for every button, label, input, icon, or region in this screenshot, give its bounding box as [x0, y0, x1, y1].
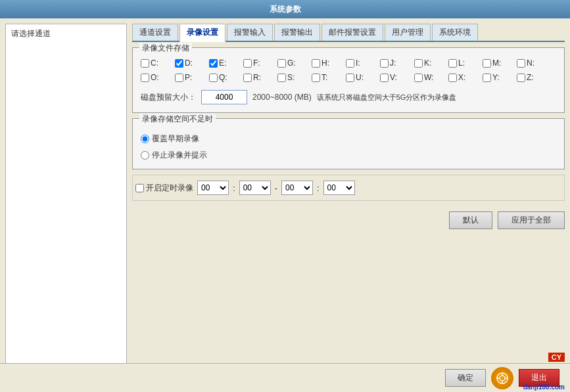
- start-hour-select[interactable]: 00010203 04050607 08091011 12131415 1617…: [197, 181, 229, 195]
- start-min-select[interactable]: 00153045: [239, 181, 271, 195]
- overwrite-option[interactable]: 覆盖早期录像: [141, 133, 556, 144]
- drive-z[interactable]: Z:: [517, 73, 543, 82]
- overwrite-radio[interactable]: [141, 135, 149, 143]
- drives-row-2: O: P: Q: R: S: T: U: V: W: X: Y: Z:: [141, 73, 556, 82]
- drive-s[interactable]: S:: [277, 73, 304, 82]
- bottom-buttons: 默认 应用于全部: [132, 206, 565, 232]
- drive-e-checkbox[interactable]: [209, 59, 218, 68]
- watermark-text: danji100.com: [523, 383, 565, 391]
- content-area: 通道设置 录像设置 报警输入 报警输出 邮件报警设置 用户管理 系统环境 录像文…: [127, 18, 570, 392]
- drive-i-checkbox[interactable]: [346, 59, 354, 68]
- drive-r-checkbox[interactable]: [243, 74, 252, 82]
- drive-o-checkbox[interactable]: [141, 74, 149, 82]
- drive-x[interactable]: X:: [448, 73, 475, 82]
- drive-v[interactable]: V:: [380, 73, 406, 82]
- drive-s-checkbox[interactable]: [277, 74, 286, 82]
- drive-f[interactable]: F:: [243, 58, 270, 68]
- window-title: 系统参数: [270, 4, 301, 15]
- drive-f-checkbox[interactable]: [243, 59, 252, 68]
- disk-reserve-label: 磁盘预留大小：: [141, 92, 196, 103]
- drive-t-checkbox[interactable]: [312, 74, 320, 82]
- drive-u[interactable]: U:: [346, 73, 372, 82]
- recording-storage-title: 录像文件存储: [139, 43, 192, 54]
- stop-option[interactable]: 停止录像并提示: [141, 150, 556, 161]
- disk-reserve-row: 磁盘预留大小： 2000~8000 (MB) 该系统只将磁盘空间大于5G分区作为…: [141, 90, 556, 104]
- timer-enable-checkbox[interactable]: [135, 184, 144, 192]
- tab-alarm-output[interactable]: 报警输出: [274, 24, 320, 41]
- drive-v-checkbox[interactable]: [380, 74, 389, 82]
- cy-badge: CY: [548, 353, 565, 362]
- drive-h[interactable]: H:: [312, 58, 338, 68]
- drive-q[interactable]: Q:: [209, 73, 235, 82]
- drive-m[interactable]: M:: [483, 58, 509, 68]
- drive-e[interactable]: E:: [209, 58, 235, 68]
- drive-i[interactable]: I:: [346, 58, 372, 68]
- overwrite-label: 覆盖早期录像: [152, 133, 199, 144]
- drive-g[interactable]: G:: [277, 58, 304, 68]
- confirm-button[interactable]: 确定: [445, 369, 486, 387]
- drives-row-1: C: D: E: F: G: H: I: J: K: L: M: N:: [141, 58, 556, 68]
- drive-r[interactable]: R:: [243, 73, 270, 82]
- timer-enable-label: 开启定时录像: [146, 183, 193, 194]
- drive-u-checkbox[interactable]: [346, 74, 354, 82]
- drive-j[interactable]: J:: [380, 58, 406, 68]
- drive-n-checkbox[interactable]: [517, 59, 525, 68]
- drive-k[interactable]: K:: [414, 58, 440, 68]
- tab-bar: 通道设置 录像设置 报警输入 报警输出 邮件报警设置 用户管理 系统环境: [132, 24, 565, 42]
- panel: 录像文件存储 C: D: E: F: G: H: I: J: K: L:: [132, 47, 565, 387]
- drive-x-checkbox[interactable]: [448, 74, 457, 82]
- drive-w-checkbox[interactable]: [414, 74, 423, 82]
- title-bar: 系统参数: [0, 0, 570, 18]
- disk-size-range: 2000~8000 (MB): [252, 93, 312, 102]
- tab-system-env[interactable]: 系统环境: [432, 24, 478, 41]
- drive-y[interactable]: Y:: [483, 73, 509, 82]
- drive-p-checkbox[interactable]: [175, 74, 183, 82]
- disk-reserve-input[interactable]: [201, 90, 247, 104]
- sidebar-label: 请选择通道: [9, 27, 124, 41]
- stop-radio[interactable]: [141, 151, 149, 160]
- drive-m-checkbox[interactable]: [483, 59, 491, 68]
- drive-c[interactable]: C:: [141, 58, 167, 68]
- drive-l-checkbox[interactable]: [448, 59, 457, 68]
- sidebar: 请选择通道: [5, 24, 127, 387]
- time-dash: -: [275, 183, 277, 193]
- end-min-select[interactable]: 00153045: [323, 181, 355, 195]
- drive-o[interactable]: O:: [141, 73, 167, 82]
- tab-email-alarm[interactable]: 邮件报警设置: [321, 24, 383, 41]
- drive-g-checkbox[interactable]: [277, 59, 286, 68]
- drive-j-checkbox[interactable]: [380, 59, 389, 68]
- svg-point-1: [500, 376, 505, 381]
- drive-h-checkbox[interactable]: [312, 59, 320, 68]
- tab-channel-settings[interactable]: 通道设置: [132, 24, 178, 41]
- end-hour-select[interactable]: 00010203 04050607 08091011 12131415 1617…: [281, 181, 313, 195]
- main-container: 请选择通道 通道设置 录像设置 报警输入 报警输出 邮件报警设置 用户管理 系统…: [0, 18, 570, 392]
- drive-l[interactable]: L:: [448, 58, 475, 68]
- drive-t[interactable]: T:: [312, 73, 338, 82]
- drive-z-checkbox[interactable]: [517, 74, 525, 82]
- drive-d[interactable]: D:: [175, 58, 201, 68]
- time-colon-1: :: [233, 183, 235, 193]
- apply-all-button[interactable]: 应用于全部: [498, 211, 565, 229]
- tab-user-management[interactable]: 用户管理: [385, 24, 431, 41]
- tab-recording-settings[interactable]: 录像设置: [179, 24, 226, 42]
- time-colon-2: :: [317, 183, 320, 193]
- drive-p[interactable]: P:: [175, 73, 201, 82]
- drive-n[interactable]: N:: [517, 58, 543, 68]
- stop-label: 停止录像并提示: [152, 150, 207, 161]
- timer-checkbox-label[interactable]: 开启定时录像: [135, 183, 193, 194]
- default-button[interactable]: 默认: [449, 211, 492, 229]
- timer-row: 开启定时录像 00010203 04050607 08091011 121314…: [132, 175, 565, 201]
- drive-checkboxes: C: D: E: F: G: H: I: J: K: L: M: N:: [141, 58, 556, 82]
- drive-y-checkbox[interactable]: [483, 74, 491, 82]
- drive-q-checkbox[interactable]: [209, 74, 218, 82]
- tab-alarm-input[interactable]: 报警输入: [227, 24, 273, 41]
- drive-d-checkbox[interactable]: [175, 59, 183, 68]
- target-icon: [496, 372, 509, 385]
- drive-w[interactable]: W:: [414, 73, 440, 82]
- drive-k-checkbox[interactable]: [414, 59, 423, 68]
- recording-storage-group: 录像文件存储 C: D: E: F: G: H: I: J: K: L:: [132, 47, 565, 113]
- storage-full-title: 录像存储空间不足时: [139, 114, 216, 125]
- storage-full-group: 录像存储空间不足时 覆盖早期录像 停止录像并提示: [132, 118, 565, 169]
- drive-c-checkbox[interactable]: [141, 59, 149, 68]
- footer-bar: 确定 退出 CY danji100.com: [0, 363, 570, 392]
